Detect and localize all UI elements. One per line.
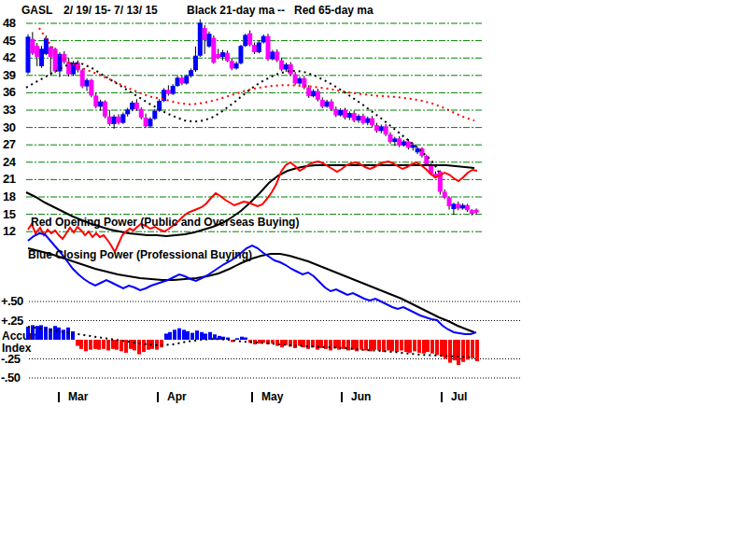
accum-bar-negative [430, 340, 434, 354]
accum-bar-positive [35, 326, 39, 340]
accum-bar-negative [359, 340, 363, 350]
accum-bar-positive [26, 327, 30, 340]
candle-body [225, 53, 230, 62]
candle-body [311, 91, 316, 97]
candle-body [329, 102, 333, 109]
candle-body [152, 111, 157, 119]
accum-bar-negative [298, 340, 302, 346]
accum-bar-positive [57, 328, 61, 340]
accum-bar-negative [440, 340, 444, 357]
accum-bar-negative [342, 340, 345, 349]
accum-bar-negative [408, 340, 412, 353]
black-21day-ma [26, 63, 439, 172]
price-gridlines [26, 23, 482, 231]
candle-body [306, 88, 311, 96]
candle-body [98, 102, 103, 107]
candle-body [203, 28, 207, 40]
accum-bar-negative [404, 340, 408, 352]
opening-power-line [28, 161, 477, 252]
candle-body [66, 63, 71, 75]
candle-body [120, 114, 125, 122]
accum-bar-negative [417, 340, 421, 353]
candle-body [298, 78, 303, 84]
candle-body [465, 205, 470, 211]
accum-bar-negative [102, 340, 106, 349]
accum-bar-negative [137, 340, 141, 355]
candle-body [275, 51, 279, 60]
candle-body [211, 38, 216, 63]
accum-bar-positive [182, 329, 186, 340]
candle-body [89, 80, 93, 96]
candle-body [320, 100, 325, 106]
candle-body [49, 47, 53, 57]
candle-body [125, 109, 130, 114]
accum-bar-negative [373, 340, 376, 350]
candle-body [247, 34, 252, 45]
accum-bar-negative [400, 340, 403, 350]
candle-body [184, 76, 189, 83]
title-bar: GASL 2/ 19/ 15- 7/ 13/ 15 Black 21-day m… [0, 5, 747, 18]
accum-bar-negative [364, 340, 368, 350]
accum-bar-positive [173, 329, 176, 340]
candle-body [112, 117, 117, 124]
month-label: Apr [167, 391, 187, 403]
candle-body [460, 205, 465, 209]
accum-bar-negative [461, 340, 465, 362]
accum-bar-negative [160, 340, 163, 347]
candle-body [374, 125, 379, 131]
date-range: 2/ 19/ 15- 7/ 13/ 15 [63, 5, 158, 17]
accum-bar-positive [235, 338, 239, 340]
candle-body [333, 109, 338, 116]
candle-body [406, 141, 411, 147]
candle-body [447, 198, 452, 206]
candle-body [392, 138, 397, 142]
candle-body [107, 117, 112, 124]
accum-bar-negative [258, 340, 261, 343]
candle-body [62, 54, 66, 63]
accum-bar-negative [329, 340, 332, 350]
candle-body [279, 61, 284, 70]
accum-bar-negative [413, 340, 416, 351]
accum-bar-positive [164, 333, 168, 340]
candle-body [316, 91, 320, 100]
candle-body [474, 210, 479, 213]
candle-body [384, 126, 388, 134]
candle-body [171, 86, 176, 94]
candle-body [230, 61, 234, 68]
candle-body [134, 103, 139, 109]
opening-power [28, 161, 477, 252]
accum-bar-negative [306, 340, 310, 349]
legend-separator: -- [277, 5, 285, 17]
candle-body [238, 46, 243, 63]
candle-body [198, 22, 203, 55]
candle-body [293, 75, 298, 84]
candle-body [80, 70, 85, 86]
month-label: Jun [351, 391, 371, 403]
candle-body [365, 119, 370, 123]
accum-bar-negative [475, 340, 479, 361]
candle-body [176, 77, 180, 86]
accum-bar-negative [426, 340, 430, 352]
candle-body [243, 35, 247, 46]
accum-bar-negative [97, 340, 101, 350]
accum-bar-negative [142, 340, 146, 352]
month-label: Mar [68, 391, 88, 403]
candle-body [166, 90, 171, 93]
candle-body [347, 113, 352, 118]
candle-body [343, 110, 347, 118]
accum-bar-negative [346, 340, 350, 350]
candle-body [397, 138, 402, 145]
candle-body [234, 63, 239, 69]
accum-bar-negative [457, 340, 460, 365]
candle-body [189, 70, 193, 76]
accum-bar-positive [240, 337, 244, 340]
candle-body [220, 52, 225, 57]
candle-body [325, 102, 330, 107]
opening-power-label: Red Opening Power (Public and Overseas B… [31, 217, 299, 229]
accum-bar-negative [147, 340, 150, 350]
candle-body [284, 64, 289, 70]
candle-body [411, 145, 416, 147]
candle-body [451, 203, 456, 209]
accum-bar-negative [115, 340, 119, 350]
accum-bar-positive [168, 332, 172, 340]
